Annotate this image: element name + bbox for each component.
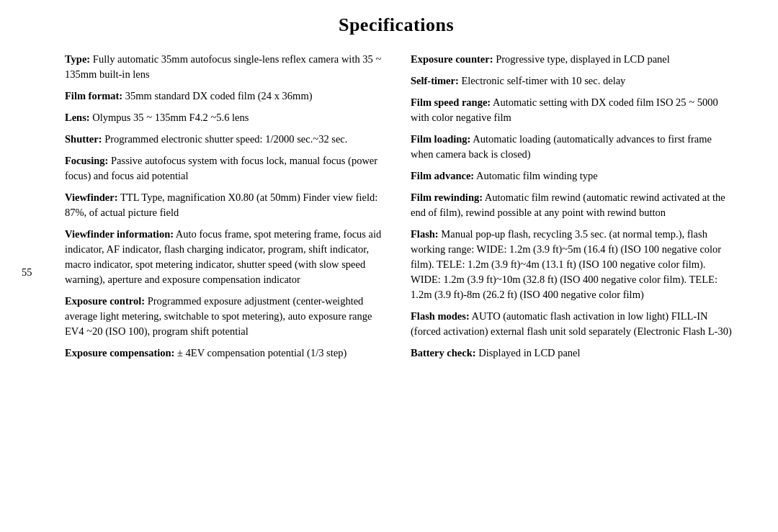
spec-value: Electronic self-timer with 10 sec. delay xyxy=(459,75,626,86)
spec-label: Flash: xyxy=(411,228,439,240)
spec-value: Automatic film winding type xyxy=(474,170,598,181)
spec-label: Viewfinder information: xyxy=(65,228,174,240)
spec-value: Manual pop-up flash, recycling 3.5 sec. … xyxy=(411,228,721,300)
spec-label: Type: xyxy=(65,53,90,65)
spec-entry: Film rewinding: Automatic film rewind (a… xyxy=(411,190,735,220)
spec-entry: Film speed range: Automatic setting with… xyxy=(411,95,735,125)
spec-entry: Viewfinder information: Auto focus frame… xyxy=(65,227,389,287)
spec-entry: Exposure compensation: ± 4EV compensatio… xyxy=(65,346,389,361)
spec-value: Displayed in LCD panel xyxy=(476,347,581,359)
spec-value: Fully automatic 35mm autofocus single-le… xyxy=(65,53,381,80)
spec-label: Exposure counter: xyxy=(411,53,493,65)
spec-label: Focusing: xyxy=(65,155,108,166)
spec-label: Film loading: xyxy=(411,133,470,145)
page-title: Specifications xyxy=(58,14,735,36)
spec-label: Self-timer: xyxy=(411,75,459,86)
spec-entry: Focusing: Passive autofocus system with … xyxy=(65,153,389,184)
spec-value: Olympus 35 ~ 135mm F4.2 ~5.6 lens xyxy=(90,112,249,123)
spec-entry: Type: Fully automatic 35mm autofocus sin… xyxy=(65,52,389,82)
spec-label: Film format: xyxy=(65,90,122,102)
spec-label: Lens: xyxy=(65,112,90,123)
spec-entry: Viewfinder: TTL Type, magnification X0.8… xyxy=(65,190,389,220)
spec-label: Exposure compensation: xyxy=(65,347,174,359)
spec-entry: Film advance: Automatic film winding typ… xyxy=(411,168,735,184)
spec-entry: Shutter: Programmed electronic shutter s… xyxy=(65,132,389,147)
spec-entry: Lens: Olympus 35 ~ 135mm F4.2 ~5.6 lens xyxy=(65,110,389,125)
spec-label: Viewfinder: xyxy=(65,191,118,203)
spec-label: Shutter: xyxy=(65,133,102,145)
spec-value: ± 4EV compensation potential (1/3 step) xyxy=(174,347,346,359)
spec-label: Film rewinding: xyxy=(411,191,483,203)
spec-value: Progressive type, displayed in LCD panel xyxy=(493,53,670,65)
spec-value: 35mm standard DX coded film (24 x 36mm) xyxy=(122,90,312,102)
spec-entry: Battery check: Displayed in LCD panel xyxy=(411,346,735,361)
spec-label: Film advance: xyxy=(411,170,474,181)
page-number: 55 xyxy=(22,266,32,279)
spec-label: Film speed range: xyxy=(411,96,491,108)
spec-entry: Flash: Manual pop-up flash, recycling 3.… xyxy=(411,227,735,302)
spec-value: Programmed electronic shutter speed: 1/2… xyxy=(102,133,348,145)
spec-label: Battery check: xyxy=(411,347,476,359)
spec-entry: Self-timer: Electronic self-timer with 1… xyxy=(411,73,735,89)
left-column: Type: Fully automatic 35mm autofocus sin… xyxy=(58,52,389,367)
page: Specifications 55 Type: Fully automatic … xyxy=(0,0,778,532)
spec-entry: Film loading: Automatic loading (automat… xyxy=(411,132,735,162)
spec-entry: Exposure control: Programmed exposure ad… xyxy=(65,294,389,339)
spec-entry: Exposure counter: Progressive type, disp… xyxy=(411,52,735,67)
spec-entry: Flash modes: AUTO (automatic flash activ… xyxy=(411,309,735,339)
spec-label: Flash modes: xyxy=(411,310,470,322)
spec-entry: Film format: 35mm standard DX coded film… xyxy=(65,89,389,104)
right-column: Exposure counter: Progressive type, disp… xyxy=(411,52,735,367)
spec-label: Exposure control: xyxy=(65,295,145,307)
spec-value: Passive autofocus system with focus lock… xyxy=(65,155,377,181)
content-area: Type: Fully automatic 35mm autofocus sin… xyxy=(58,52,735,367)
